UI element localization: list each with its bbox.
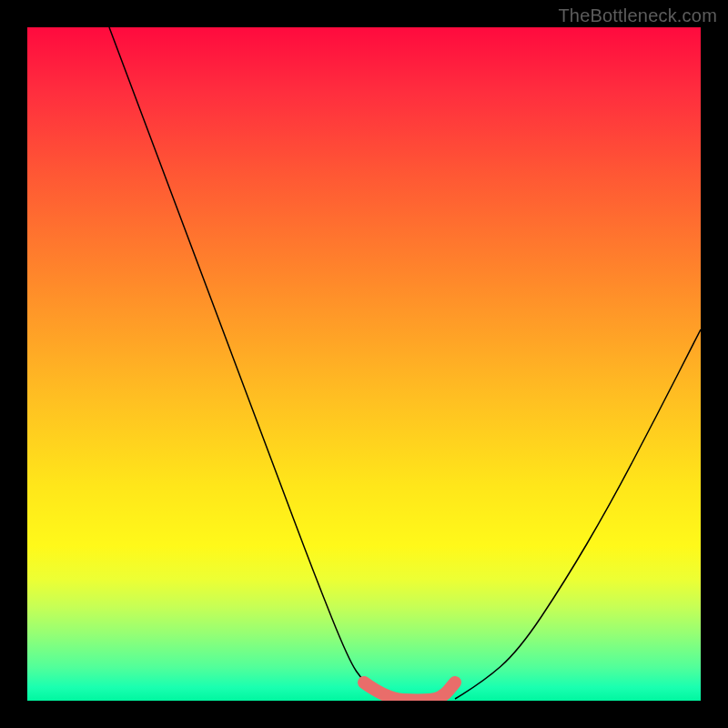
curve-min-marker — [364, 682, 455, 701]
chart-svg — [27, 27, 701, 701]
curve-left — [109, 27, 387, 699]
curve-right — [455, 329, 701, 699]
watermark-text: TheBottleneck.com — [558, 5, 717, 26]
plot-area — [27, 27, 701, 701]
